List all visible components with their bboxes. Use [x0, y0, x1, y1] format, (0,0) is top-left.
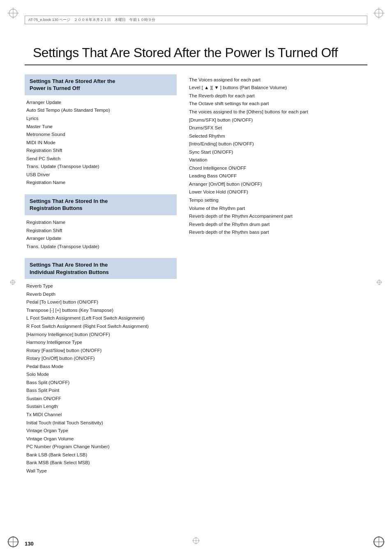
list-item: R Foot Switch Assignment (Right Foot Swi…	[26, 322, 175, 331]
list-item: Auto Std Tempo (Auto Standard Tempo)	[26, 106, 175, 115]
list-item: The voices assigned to the [Others] butt…	[189, 108, 367, 116]
list-item: Reverb Type	[26, 282, 175, 290]
list-item: [Harmony Intelligence] button (ON/OFF)	[26, 331, 175, 339]
list-item: Trans. Update (Transpose Update)	[26, 243, 175, 251]
list-item: Volume of the Rhythm part	[189, 205, 367, 213]
list-item: Bass Split Point	[26, 387, 175, 395]
bottom-center-mark	[192, 537, 200, 546]
list-item: Vintage Organ Type	[26, 427, 175, 435]
individual-registration-header: Settings That Are Stored In theIndividua…	[25, 258, 177, 279]
list-item: Trans. Update (Transpose Update)	[26, 163, 175, 171]
list-item: Variation	[189, 156, 367, 164]
list-item: PC Number (Program Change Number)	[26, 443, 175, 451]
list-item: Drums/SFX Set	[189, 124, 367, 132]
list-item: Bank LSB (Bank Select LSB)	[26, 451, 175, 459]
list-item: Reverb depth of the Rhythm Accompaniment…	[189, 212, 367, 221]
page-title: Settings That Are Stored After the Power…	[25, 37, 367, 65]
main-content: Settings That Are Stored After the Power…	[25, 37, 367, 530]
corner-mark-tl	[7, 7, 19, 19]
right-column-text: The Voices assigned for each part Level …	[189, 76, 367, 237]
list-item: Registration Name	[26, 219, 175, 227]
list-item: Rotary [Fast/Slow] button (ON/OFF)	[26, 347, 175, 355]
book-info-text: AT-75_e.book 130 ページ ２００８年８月２１日 木曜日 午前１０…	[28, 18, 155, 22]
list-item: Wall Type	[26, 467, 175, 475]
list-item: Registration Shift	[26, 227, 175, 235]
list-item: Tempo setting	[189, 196, 367, 205]
list-item: Tx MIDI Channel	[26, 411, 175, 419]
list-item: Lower Voice Hold (ON/OFF)	[189, 188, 367, 196]
registration-buttons-header: Settings That Are Stored In theRegistrat…	[25, 194, 177, 215]
individual-registration-content: Reverb Type Reverb Depth Pedal [To Lower…	[25, 282, 177, 475]
margin-mark-right	[376, 279, 382, 287]
list-item: Metronome Sound	[26, 131, 175, 139]
list-item: Send PC Switch	[26, 155, 175, 163]
list-item: Harmony Intelligence Type	[26, 339, 175, 347]
list-item: Selected Rhythm	[189, 132, 367, 140]
left-column: Settings That Are Stored After thePower …	[25, 74, 177, 483]
list-item: USB Driver	[26, 171, 175, 179]
list-item: Bass Split (ON/OFF)	[26, 379, 175, 387]
margin-mark-left	[10, 279, 16, 287]
list-item: Arranger [On/Off] button (ON/OFF)	[189, 180, 367, 189]
list-item: Arranger Update	[26, 235, 175, 243]
list-item: Transpose [-] [+] buttons (Key Transpose…	[26, 306, 175, 315]
list-item: Leading Bass ON/OFF	[189, 172, 367, 180]
list-item: Registration Shift	[26, 147, 175, 155]
list-item: Chord Intelligence ON/OFF	[189, 164, 367, 173]
list-item: Registration Name	[26, 179, 175, 187]
page: AT-75_e.book 130 ページ ２００８年８月２１日 木曜日 午前１０…	[0, 0, 392, 555]
registration-buttons-section: Settings That Are Stored In theRegistrat…	[25, 194, 177, 251]
list-item: Sync Start (ON/OFF)	[189, 148, 367, 157]
list-item: Initial Touch (Initial Touch Sensitivity…	[26, 419, 175, 427]
corner-mark-br	[373, 536, 385, 548]
list-item: The Reverb depth for each part	[189, 92, 367, 100]
list-item: The Voices assigned for each part	[189, 76, 367, 84]
book-info-bar: AT-75_e.book 130 ページ ２００８年８月２１日 木曜日 午前１０…	[25, 16, 367, 24]
list-item: L Foot Switch Assignment (Left Foot Swit…	[26, 314, 175, 322]
list-item: Pedal Bass Mode	[26, 363, 175, 371]
power-off-content: Arranger Update Auto Std Tempo (Auto Sta…	[25, 99, 177, 187]
list-item: Pedal [To Lower] button (ON/OFF)	[26, 298, 175, 306]
list-item: Arranger Update	[26, 99, 175, 107]
list-item: Sustain ON/OFF	[26, 395, 175, 403]
list-item: [Drums/SFX] button (ON/OFF)	[189, 116, 367, 124]
right-column: The Voices assigned for each part Level …	[189, 74, 367, 237]
power-off-header: Settings That Are Stored After thePower …	[25, 74, 177, 95]
list-item: Bank MSB (Bank Select MSB)	[26, 459, 175, 467]
list-item: Solo Mode	[26, 371, 175, 379]
list-item: Reverb depth of the Rhythm bass part	[189, 228, 367, 237]
list-item: [Intro/Ending] button (ON/OFF)	[189, 140, 367, 148]
list-item: The Octave shift settings for each part	[189, 100, 367, 108]
list-item: Reverb Depth	[26, 290, 175, 299]
list-item: MIDI IN Mode	[26, 139, 175, 147]
corner-mark-tr	[373, 7, 385, 19]
individual-registration-section: Settings That Are Stored In theIndividua…	[25, 258, 177, 475]
registration-buttons-content: Registration Name Registration Shift Arr…	[25, 219, 177, 251]
list-item: Lyrics	[26, 115, 175, 123]
power-off-section: Settings That Are Stored After thePower …	[25, 74, 177, 187]
two-column-layout: Settings That Are Stored After thePower …	[25, 74, 367, 483]
list-item: Level [ ▲ ][ ▼ ] buttons (Part Balance V…	[189, 84, 367, 92]
page-number: 130	[25, 541, 34, 547]
list-item: Rotary [On/Off] button (ON/OFF)	[26, 355, 175, 363]
list-item: Sustain Length	[26, 403, 175, 411]
list-item: Vintage Organ Volume	[26, 435, 175, 443]
list-item: Master Tune	[26, 123, 175, 131]
corner-mark-bl	[7, 536, 19, 548]
list-item: Reverb depth of the Rhythm drum part	[189, 221, 367, 229]
